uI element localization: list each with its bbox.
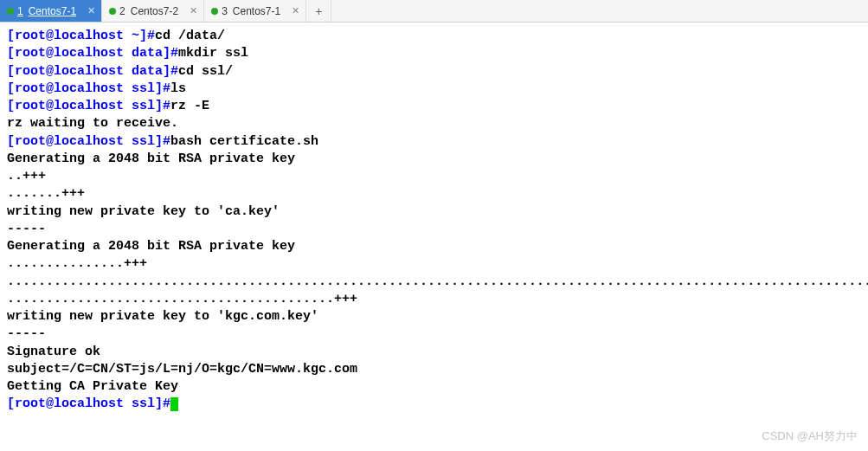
status-dot-icon <box>7 8 14 15</box>
tab-number: 2 <box>119 5 125 17</box>
output-text: subject=/C=CN/ST=js/L=nj/O=kgc/CN=www.kg… <box>7 362 357 377</box>
terminal-line: Signature ok <box>7 344 861 361</box>
command: rz -E <box>170 99 209 113</box>
close-icon[interactable]: ✕ <box>187 5 200 16</box>
terminal-line: writing new private key to 'ca.key' <box>7 203 861 221</box>
terminal-line: ..+++ <box>7 168 861 185</box>
watermark: CSDN @AH努力中 <box>762 428 858 444</box>
tab-3[interactable]: 3 Centos7-1 ✕ <box>204 0 306 22</box>
command: bash certificate.sh <box>170 134 318 149</box>
prompt: [root@localhost data]# <box>7 64 178 79</box>
status-dot-icon <box>109 8 116 15</box>
command: ls <box>170 81 186 96</box>
terminal-line: ...............+++ <box>7 255 861 273</box>
terminal-line: [root@localhost ssl]#bash certificate.sh <box>7 133 861 151</box>
terminal-line: .......+++ <box>7 185 861 203</box>
output-text: writing new private key to 'ca.key' <box>7 204 280 219</box>
close-icon[interactable]: ✕ <box>85 5 98 16</box>
terminal-line: [root@localhost ssl]# <box>7 396 861 413</box>
terminal-line: ----- <box>7 325 861 343</box>
tab-label: Centos7-2 <box>131 5 178 17</box>
tab-label: Centos7-1 <box>233 5 280 17</box>
output-text: ----- <box>7 326 46 341</box>
terminal-line: [root@localhost ~]#cd /data/ <box>7 28 861 45</box>
prompt: [root@localhost ssl]# <box>7 134 170 149</box>
output-text: Signature ok <box>7 345 100 359</box>
tab-label: Centos7-1 <box>29 5 76 17</box>
command: mkdir ssl <box>178 46 248 61</box>
prompt: [root@localhost ssl]# <box>7 99 170 113</box>
prompt: [root@localhost ssl]# <box>7 81 170 96</box>
output-text: Getting CA Private Key <box>7 379 178 394</box>
output-text: ........................................… <box>7 274 868 289</box>
terminal-line: [root@localhost ssl]#rz -E <box>7 98 861 115</box>
terminal-line: rz waiting to receive. <box>7 115 861 132</box>
prompt: [root@localhost data]# <box>7 46 178 61</box>
terminal-line: Generating a 2048 bit RSA private key <box>7 238 861 255</box>
output-text: ...............+++ <box>7 256 147 271</box>
terminal-line: writing new private key to 'kgc.com.key' <box>7 308 861 325</box>
tab-2[interactable]: 2 Centos7-2 ✕ <box>102 0 204 22</box>
output-text: Generating a 2048 bit RSA private key <box>7 239 295 254</box>
tab-number: 1 <box>17 5 23 17</box>
output-text: Generating a 2048 bit RSA private key <box>7 151 295 166</box>
command: cd /data/ <box>155 29 225 43</box>
terminal-line: Generating a 2048 bit RSA private key <box>7 151 861 168</box>
output-text: rz waiting to receive. <box>7 116 178 131</box>
prompt: [root@localhost ssl]# <box>7 396 170 411</box>
status-dot-icon <box>211 8 218 15</box>
terminal-line: [root@localhost data]#mkdir ssl <box>7 45 861 62</box>
output-text: ..+++ <box>7 169 46 184</box>
terminal-line: Getting CA Private Key <box>7 378 861 396</box>
add-tab-button[interactable]: + <box>306 0 331 22</box>
terminal-line: [root@localhost ssl]#ls <box>7 81 861 98</box>
cursor-icon <box>170 397 178 411</box>
command: cd ssl/ <box>178 64 233 79</box>
output-text: writing new private key to 'kgc.com.key' <box>7 309 318 324</box>
output-text: ----- <box>7 222 46 236</box>
terminal-line: ........................................… <box>7 274 861 291</box>
tab-1[interactable]: 1 Centos7-1 ✕ <box>0 0 102 22</box>
terminal-line: ........................................… <box>7 291 861 308</box>
close-icon[interactable]: ✕ <box>289 5 302 16</box>
terminal-line: subject=/C=CN/ST=js/L=nj/O=kgc/CN=www.kg… <box>7 361 861 378</box>
terminal-line: [root@localhost data]#cd ssl/ <box>7 63 861 81</box>
terminal-line: ----- <box>7 221 861 238</box>
terminal-output[interactable]: [root@localhost ~]#cd /data/[root@localh… <box>0 23 868 419</box>
prompt: [root@localhost ~]# <box>7 29 155 43</box>
output-text: .......+++ <box>7 186 85 201</box>
tab-number: 3 <box>222 5 228 17</box>
output-text: ........................................… <box>7 292 357 306</box>
tab-bar: 1 Centos7-1 ✕ 2 Centos7-2 ✕ 3 Centos7-1 … <box>0 0 868 23</box>
